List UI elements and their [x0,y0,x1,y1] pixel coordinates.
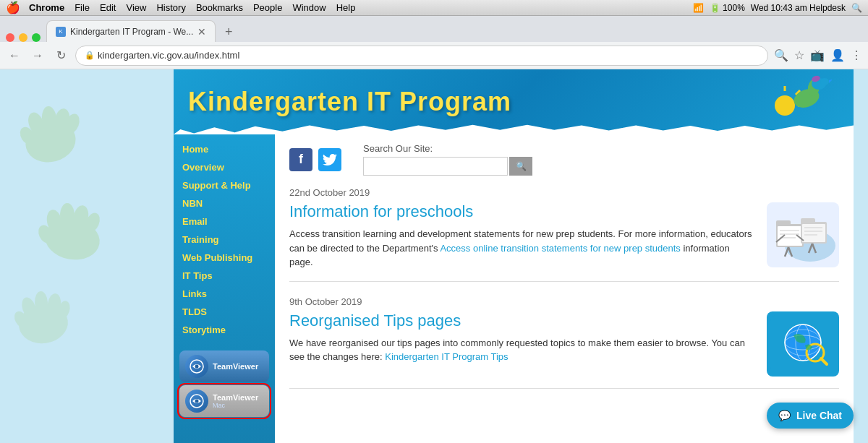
teamviewer-button-windows[interactable]: TeamViewer [179,350,269,382]
teamviewer-mac-label: TeamViewer [213,393,258,402]
article-image-1 [767,202,839,267]
lock-icon: 🔒 [85,51,95,60]
facebook-icon[interactable]: f [289,148,312,171]
menu-bar-right: 📶 🔋 100% Wed 10:43 am Helpdesk 🔍 [693,3,862,13]
search-input[interactable] [363,157,508,176]
battery-icon: 🔋 100% [710,3,745,13]
nav-links[interactable]: Links [174,285,275,303]
traffic-lights [6,33,41,42]
article-link-2[interactable]: Kindergarten IT Program Tips [385,351,508,362]
nav-support[interactable]: Support & Help [174,176,275,194]
teamviewer-label: TeamViewer [213,362,258,371]
wifi-icon: 📶 [693,3,704,13]
article-date-1: 22nd October 2019 [289,187,839,198]
article-body-2: We have reorganised our tips pages into … [289,336,755,364]
reload-button[interactable]: ↻ [52,47,69,64]
svg-rect-41 [802,224,825,242]
tab-close-button[interactable]: ✕ [197,26,206,38]
menu-history[interactable]: History [156,2,185,13]
search-row: 🔍 [363,157,532,176]
nav-storytime[interactable]: Storytime [174,321,275,339]
mac-menu-bar: 🍎 Chrome File Edit View History Bookmark… [0,0,868,16]
search-label: Search Our Site: [363,143,532,154]
teamviewer-mac-sublabel: Mac [213,402,258,409]
menu-icon[interactable]: ⋮ [851,48,862,62]
menu-help[interactable]: Help [336,2,356,13]
article-row-2: Reorganised Tips pages We have reorganis… [289,311,839,377]
apple-icon[interactable]: 🍎 [6,1,20,14]
svg-marker-26 [829,79,832,83]
main-content: f Search Our Site: 🔍 [275,134,854,443]
menu-people[interactable]: People [253,2,282,13]
live-chat-icon: 💬 [778,410,791,421]
menu-view[interactable]: View [126,2,146,13]
menu-bookmarks[interactable]: Bookmarks [196,2,243,13]
nav-it-tips[interactable]: IT Tips [174,267,275,285]
site-wrapper: Kindergarten IT Program [174,69,854,443]
search-icon[interactable]: 🔍 [774,48,788,62]
svg-point-8 [60,203,75,228]
search-area: Search Our Site: 🔍 [363,143,532,176]
tab-title: Kindergarten IT Program - We... [70,27,193,37]
article-title-1[interactable]: Information for preschools [289,202,755,221]
search-menu-icon[interactable]: 🔍 [851,3,862,13]
nav-nbn[interactable]: NBN [174,194,275,212]
article-title-2[interactable]: Reorganised Tips pages [289,311,755,330]
address-bar: ← → ↻ 🔒 kindergarten.vic.gov.au/index.ht… [0,42,868,69]
address-input[interactable]: 🔒 kindergarten.vic.gov.au/index.html [75,46,768,66]
menu-edit[interactable]: Edit [100,2,116,13]
article-text-1: Information for preschools Access transi… [289,202,755,270]
forward-button[interactable]: → [29,47,46,64]
top-bar: f Search Our Site: 🔍 [289,143,839,176]
nav-training[interactable]: Training [174,231,275,249]
url-text: kindergarten.vic.gov.au/index.html [98,50,239,61]
profile-icon[interactable]: 👤 [830,48,845,62]
nav-overview[interactable]: Overview [174,158,275,176]
article-text-2: Reorganised Tips pages We have reorganis… [289,311,755,377]
article-link-1[interactable]: Access online transition statements for … [440,243,680,254]
svg-rect-40 [801,218,815,224]
tab-bar: K Kindergarten IT Program - We... ✕ + [0,16,868,42]
svg-point-29 [195,365,199,369]
social-icons: f [289,148,341,171]
nav-web-publishing[interactable]: Web Publishing [174,249,275,267]
svg-point-31 [195,400,199,403]
back-button[interactable]: ← [6,47,23,64]
menu-window[interactable]: Window [292,2,326,13]
menu-file[interactable]: File [75,2,90,13]
clock: Wed 10:43 am Helpdesk [751,3,846,13]
bookmark-icon[interactable]: ☆ [794,48,804,62]
handprint-2 [22,185,137,264]
cast-icon[interactable]: 📺 [810,48,825,62]
handprint-3 [4,272,112,351]
new-tab-button[interactable]: + [218,22,239,42]
search-button[interactable]: 🔍 [509,157,532,176]
twitter-icon[interactable] [318,148,341,171]
handprint-1 [7,84,137,171]
site-mascot [760,73,832,134]
live-chat-label: Live Chat [796,410,842,421]
close-window-button[interactable] [6,33,14,42]
minimize-window-button[interactable] [19,33,27,42]
browser-tab[interactable]: K Kindergarten IT Program - We... ✕ [46,20,216,42]
teamviewer-button-mac[interactable]: TeamViewer Mac [179,385,269,417]
article-date-2: 9th October 2019 [289,296,839,307]
teamviewer-icon [185,355,208,378]
svg-point-25 [820,78,829,85]
nav-home[interactable]: Home [174,140,275,158]
fullscreen-window-button[interactable] [32,33,41,42]
svg-rect-34 [776,220,791,226]
right-decoration [854,69,868,443]
site-body: Home Overview Support & Help NBN Email T… [174,134,854,443]
teamviewer-section: TeamViewer TeamViewer [174,345,275,423]
left-decoration [0,69,174,443]
menu-chrome[interactable]: Chrome [29,2,64,13]
nav-tlds[interactable]: TLDS [174,303,275,321]
nav-sidebar: Home Overview Support & Help NBN Email T… [174,134,275,443]
nav-email[interactable]: Email [174,212,275,231]
live-chat-button[interactable]: 💬 Live Chat [767,403,854,429]
site-header: Kindergarten IT Program [174,69,854,134]
wave-decoration [174,124,854,134]
svg-point-18 [775,95,795,116]
article-image-2 [767,311,839,377]
